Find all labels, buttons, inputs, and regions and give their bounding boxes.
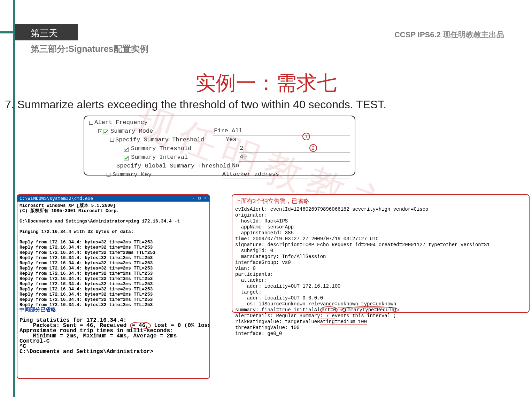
specify-threshold-label: Specify Summary Threshold [115,136,204,144]
summary-mode-label: Summary Mode [110,127,153,135]
omitted-note: 中间部分已省略 [20,307,56,313]
window-buttons-icon[interactable]: - □ × [192,196,207,201]
alert-body: evIdsAlert: eventId=1246026979896066182 … [235,206,526,337]
checkbox-checked-icon[interactable] [103,129,108,134]
summary-key-label: Summary Key [113,171,152,179]
alert-head: 上面有2个独立告警，已省略 [235,197,526,205]
cmd-output: Microsoft Windows XP [版本 5.1.2600] (C) 版… [17,202,209,356]
collapse-icon[interactable]: - [110,138,114,142]
specify-threshold-value[interactable]: Yes [225,135,350,144]
initial-alert-highlight: ert=0 [320,306,338,313]
specify-global-value[interactable]: No [231,162,350,170]
publisher: 现任明教教主出品 [443,30,504,39]
collapse-icon[interactable]: - [89,121,93,125]
alert-panel: 上面有2个独立告警，已省略 evIdsAlert: eventId=124602… [232,194,530,313]
cmd-window: C:\WINDOWS\system32\cmd.exe - □ × Micros… [17,194,210,379]
cmd-titlebar: C:\WINDOWS\system32\cmd.exe - □ × [17,195,209,202]
summary-interval-label: Summary Interval [131,153,188,162]
specify-global-label: Specify Global Summary Threshold [116,162,230,170]
rating-highlight: ating=medium 100 [320,319,367,325]
main-title: 实例一：需求七 [0,70,532,97]
cmd-title-text: C:\WINDOWS\system32\cmd.exe [20,196,93,201]
summary-key-value[interactable]: Attacker address [222,170,350,179]
tree-root: Alert Frequency [94,118,148,127]
header-right: CCSP IPS6.2 现任明教教主出品 [394,30,504,40]
day-title: 第三天 [31,27,58,39]
marker-circle-1: 1 [302,133,310,140]
collapse-icon[interactable]: - [98,129,102,133]
arrow-icon [210,244,231,244]
checkbox-checked-icon[interactable] [124,146,129,151]
summary-type-highlight: summaryType=Regular [340,306,399,313]
checkbox-unchecked-icon[interactable] [107,173,110,177]
summary-threshold-value[interactable]: 2 [239,144,350,153]
border-left [0,31,13,33]
summary-interval-value[interactable]: 40 [239,153,350,162]
summary-mode-value[interactable]: Fire All [213,127,350,135]
summary-threshold-label: Summary Threshold [131,145,191,153]
marker-circle-2: 2 [309,144,317,152]
course-code: CCSP IPS6.2 [394,30,441,39]
checkbox-checked-icon[interactable] [124,155,129,160]
config-tree-panel: -Alert Frequency -Summary Mode Fire All … [84,116,355,175]
part-title: 第三部分:Signatures配置实例 [31,43,148,55]
requirement-text: 7. Summarize alerts exceeding the thresh… [5,98,386,111]
events-highlight: y: 7 e [317,313,334,319]
